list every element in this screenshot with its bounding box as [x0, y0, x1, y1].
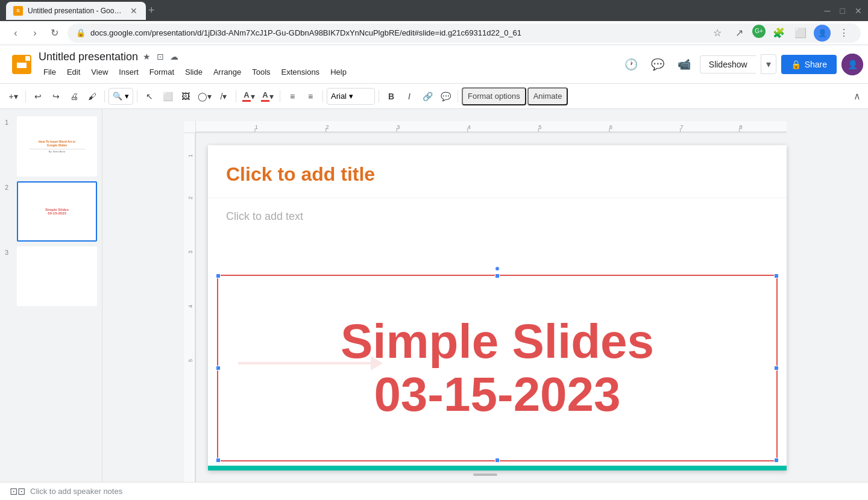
slide-2-thumb-text: Simple Slides03-15-2023 [45, 208, 69, 215]
bookmark-icon[interactable]: ☆ [709, 25, 726, 42]
highlight-color-indicator: A [261, 90, 269, 102]
comment-tool-button[interactable]: 💬 [437, 87, 454, 105]
reload-button[interactable]: ↻ [46, 25, 63, 42]
font-color-button[interactable]: A ▾ [240, 87, 257, 105]
slides-logo-icon [12, 55, 31, 74]
slide-item-3[interactable]: 3 [0, 244, 102, 309]
line-tool[interactable]: /▾ [215, 87, 232, 105]
extension-icon[interactable]: G+ [752, 25, 766, 38]
slide-item-2[interactable]: 2 Simple Slides03-15-2023 [0, 179, 102, 244]
tab-close-button[interactable]: ✕ [129, 6, 139, 16]
toolbar-collapse-button[interactable]: ∧ [851, 88, 863, 104]
menu-tools[interactable]: Tools [247, 66, 275, 78]
menu-help[interactable]: Help [326, 66, 351, 78]
back-button[interactable]: ‹ [7, 25, 24, 42]
handle-bottom-left[interactable] [216, 458, 221, 463]
bold-button[interactable]: B [383, 87, 400, 105]
horizontal-scrollbar[interactable] [473, 473, 497, 476]
handle-bottom-right[interactable] [774, 458, 779, 463]
toolbar-divider-3 [137, 90, 137, 102]
slide-text-placeholder[interactable]: Click to add text [226, 210, 303, 222]
format-paint-button[interactable]: 🖌 [84, 87, 101, 105]
document-title[interactable]: Untitled presentation [39, 51, 138, 63]
menu-slide[interactable]: Slide [180, 66, 207, 78]
header-right: 🕐 💬 📹 Slideshow ▾ 🔒 Share 👤 [620, 54, 863, 75]
cursor-tool[interactable]: ↖ [141, 87, 158, 105]
svg-text:6: 6 [609, 124, 612, 130]
active-tab[interactable]: S Untitled presentation - Google S ✕ [6, 2, 146, 20]
slide-title-area[interactable]: Click to add title [208, 145, 787, 198]
menu-file[interactable]: File [39, 66, 61, 78]
profile-avatar[interactable]: 👤 [814, 25, 831, 42]
text-box-selected[interactable]: Simple Slides 03-15-2023 [217, 275, 778, 461]
user-avatar[interactable]: 👤 [841, 54, 863, 75]
slideshow-button[interactable]: Slideshow [700, 55, 756, 73]
rotation-handle[interactable] [495, 266, 500, 271]
notes-icon: ⊡⊡ [10, 486, 25, 497]
url-bar[interactable]: 🔒 docs.google.com/presentation/d/1jDi3d-… [68, 23, 861, 43]
select-rect-tool[interactable]: ⬜ [159, 87, 176, 105]
menu-format[interactable]: Format [145, 66, 179, 78]
folder-icon[interactable]: ⊡ [156, 51, 165, 63]
handle-bottom-middle[interactable] [495, 458, 500, 463]
comments-button[interactable]: 💬 [647, 54, 668, 75]
italic-button[interactable]: I [401, 87, 418, 105]
toolbar: +▾ ↩ ↪ 🖨 🖌 🔍 ▾ ↖ ⬜ 🖼 ◯▾ /▾ A ▾ A ▾ ≡ ≡ A… [0, 84, 868, 109]
font-selector[interactable]: Arial ▾ [327, 88, 375, 105]
maximize-button[interactable]: □ [840, 6, 845, 16]
print-button[interactable]: 🖨 [66, 87, 83, 105]
split-screen-icon[interactable]: ⬜ [792, 25, 809, 42]
slide-canvas[interactable]: Click to add title Click to add text [208, 145, 787, 470]
handle-top-middle[interactable] [495, 273, 500, 278]
image-tool[interactable]: 🖼 [177, 87, 194, 105]
menu-arrange[interactable]: Arrange [209, 66, 246, 78]
history-button[interactable]: 🕐 [620, 54, 642, 75]
share-button[interactable]: 🔒 Share [781, 55, 837, 74]
slide-background[interactable]: Click to add title Click to add text [196, 133, 799, 482]
undo-button[interactable]: ↩ [30, 87, 46, 105]
video-button[interactable]: 📹 [673, 54, 695, 75]
handle-middle-right[interactable] [774, 366, 779, 370]
slide-thumbnail-3[interactable] [17, 246, 97, 307]
redo-button[interactable]: ↪ [48, 87, 64, 105]
menu-extensions[interactable]: Extensions [277, 66, 325, 78]
menu-insert[interactable]: Insert [114, 66, 143, 78]
minimize-button[interactable]: ─ [825, 6, 831, 16]
handle-top-left[interactable] [216, 273, 221, 278]
text-line-2: 03-15-2023 [341, 368, 654, 421]
format-options-button[interactable]: Format options [462, 87, 526, 105]
align-left-button[interactable]: ≡ [284, 87, 301, 105]
highlight-color-button[interactable]: A ▾ [259, 87, 276, 105]
align-center-button[interactable]: ≡ [302, 87, 319, 105]
slide-thumbnail-1[interactable]: How To Insert Word Art inGoogle Slides B… [17, 116, 97, 177]
insert-button[interactable]: +▾ [5, 87, 22, 105]
slide-text-area[interactable]: Click to add text [208, 198, 787, 229]
main-layout: 1 How To Insert Word Art inGoogle Slides… [0, 109, 868, 482]
text-box-content[interactable]: Simple Slides 03-15-2023 [335, 309, 660, 427]
slide-title-placeholder[interactable]: Click to add title [226, 163, 375, 185]
share-page-icon[interactable]: ↗ [731, 25, 747, 42]
slide-thumbnail-2[interactable]: Simple Slides03-15-2023 [17, 181, 97, 242]
handle-middle-left[interactable] [216, 366, 221, 370]
menu-icon[interactable]: ⋮ [835, 25, 852, 42]
new-tab-button[interactable]: + [146, 2, 157, 19]
zoom-selector[interactable]: 🔍 ▾ [108, 88, 133, 105]
menu-edit[interactable]: Edit [62, 66, 85, 78]
forward-button[interactable]: › [27, 25, 43, 42]
cloud-icon[interactable]: ☁ [169, 51, 180, 63]
slideshow-dropdown-button[interactable]: ▾ [761, 54, 776, 74]
speaker-notes-placeholder[interactable]: Click to add speaker notes [30, 487, 122, 496]
toolbar-divider-5 [280, 90, 280, 102]
secure-icon: 🔒 [76, 28, 86, 37]
link-button[interactable]: 🔗 [419, 87, 436, 105]
svg-text:5: 5 [538, 124, 541, 130]
extensions-icon[interactable]: 🧩 [770, 25, 787, 42]
shapes-tool[interactable]: ◯▾ [195, 87, 214, 105]
handle-top-right[interactable] [774, 273, 779, 278]
menu-view[interactable]: View [86, 66, 113, 78]
star-icon[interactable]: ★ [142, 51, 152, 63]
animate-button[interactable]: Animate [527, 87, 568, 105]
browser-chrome: S Untitled presentation - Google S ✕ + ─… [0, 0, 868, 21]
close-button[interactable]: ✕ [855, 6, 862, 16]
slide-item-1[interactable]: 1 How To Insert Word Art inGoogle Slides… [0, 114, 102, 179]
